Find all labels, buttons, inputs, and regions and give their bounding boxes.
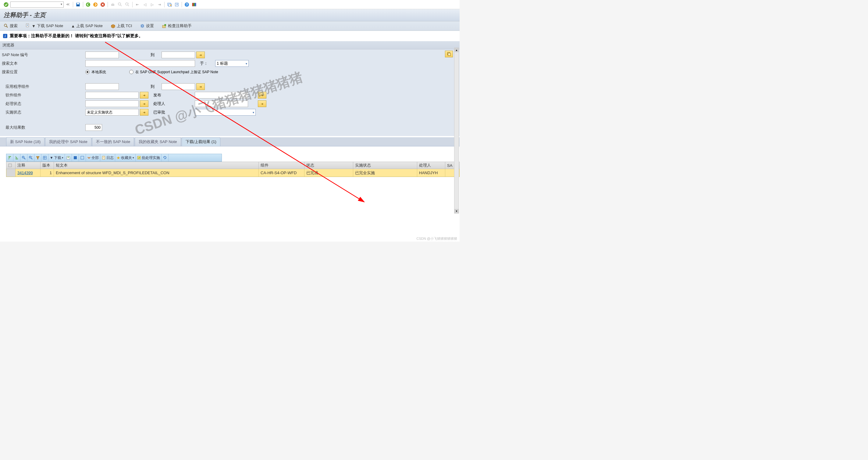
impl-status-input[interactable] bbox=[85, 109, 139, 116]
in-dropdown[interactable]: 1 标题 bbox=[215, 60, 249, 67]
scroll-down-icon[interactable]: ▼ bbox=[455, 209, 459, 213]
find-icon bbox=[117, 2, 123, 8]
svg-line-35 bbox=[31, 158, 32, 159]
search-label: 搜索 bbox=[10, 23, 18, 29]
col-component[interactable]: 组件 bbox=[259, 162, 305, 169]
row-selector[interactable] bbox=[6, 169, 16, 177]
sw-comp-multi-button[interactable] bbox=[140, 92, 148, 98]
svg-rect-23 bbox=[195, 3, 196, 6]
ok-icon[interactable] bbox=[3, 2, 9, 8]
tab-new-notes[interactable]: 新 SAP Note (18) bbox=[6, 137, 44, 146]
favorite-button[interactable]: ★收藏夹▾ bbox=[115, 154, 135, 161]
processor-input[interactable] bbox=[195, 100, 248, 107]
release-multi-button[interactable] bbox=[258, 92, 267, 98]
last-page-icon: ⇥ bbox=[156, 2, 162, 8]
find-button[interactable] bbox=[21, 154, 27, 161]
col-note[interactable]: 注释 bbox=[16, 162, 40, 169]
variant-button[interactable] bbox=[445, 51, 453, 57]
browser-panel: 浏览器 SAP Note 编号 到 搜索文本 于： 1 标题 搜索位置 本地系统 bbox=[0, 41, 460, 136]
sap-note-no-from[interactable] bbox=[85, 52, 119, 58]
app-comp-multi-button[interactable] bbox=[196, 83, 205, 90]
tabstrip: 新 SAP Note (18) 我的处理中 SAP Note 不一致的 SAP … bbox=[0, 137, 460, 146]
max-results-input[interactable] bbox=[85, 124, 102, 131]
tab-my-processing[interactable]: 我的处理中 SAP Note bbox=[45, 137, 91, 146]
sap-note-no-to[interactable] bbox=[161, 52, 195, 58]
help-icon[interactable]: ? bbox=[184, 2, 190, 8]
new-session-icon[interactable]: ★ bbox=[166, 2, 173, 8]
settings-button[interactable]: 设置 bbox=[139, 23, 155, 29]
svg-rect-8 bbox=[112, 3, 114, 4]
note-link[interactable]: 3414399 bbox=[18, 171, 33, 175]
col-sa[interactable]: SA bbox=[445, 162, 455, 169]
prev-page-icon: ◁ bbox=[142, 2, 148, 8]
grid-header: 注释 版本 短文本 组件 状态 实施状态 处理人 SA bbox=[6, 162, 460, 169]
filter-button[interactable] bbox=[34, 154, 41, 161]
approved-dropdown[interactable] bbox=[195, 109, 256, 116]
release-input[interactable] bbox=[195, 92, 248, 98]
tab-favorites[interactable]: 我的收藏夹 SAP Note bbox=[135, 137, 181, 146]
processor-multi-button[interactable] bbox=[258, 100, 267, 107]
proc-status-input[interactable] bbox=[85, 100, 139, 107]
deselect-all-button[interactable] bbox=[79, 154, 86, 161]
select-all-header[interactable] bbox=[6, 162, 16, 169]
sw-comp-input[interactable] bbox=[85, 92, 139, 98]
radio-remote[interactable]: 在 SAP ONE Support Launchpad 上验证 SAP Note bbox=[129, 69, 218, 75]
browser-header: 浏览器 bbox=[0, 41, 460, 50]
batch-impl-button[interactable]: 批处理实施 bbox=[135, 154, 161, 161]
download-note-button[interactable]: ▼ 下载 SAP Note bbox=[24, 23, 64, 29]
svg-text:?: ? bbox=[186, 3, 188, 6]
check-tool-icon bbox=[162, 24, 167, 28]
save-icon[interactable] bbox=[75, 2, 81, 8]
col-version[interactable]: 版本 bbox=[40, 162, 54, 169]
note-no-multi-button[interactable] bbox=[196, 52, 205, 58]
select-all-button[interactable] bbox=[72, 154, 79, 161]
back-icon[interactable] bbox=[85, 2, 91, 8]
col-short[interactable]: 短文本 bbox=[54, 162, 259, 169]
col-impl-status[interactable]: 实施状态 bbox=[353, 162, 417, 169]
sap-note-no-label: SAP Note 编号 bbox=[0, 52, 43, 58]
layout-button[interactable] bbox=[41, 154, 49, 161]
tab-results[interactable]: 下载/上载结果 (1) bbox=[182, 137, 220, 146]
upload-note-button[interactable]: ▲ 上载 SAP Note bbox=[70, 23, 104, 29]
info-message-bar: i 重要事项：注释助手不是最新的！ 请转到"检查注释助手"以了解更多。 bbox=[0, 31, 460, 41]
cell-impl-status: 已完全实施 bbox=[353, 169, 417, 177]
svg-point-4 bbox=[86, 2, 90, 7]
search-button[interactable]: 搜索 bbox=[2, 23, 19, 29]
shortcut-icon[interactable] bbox=[174, 2, 180, 8]
radio-icon bbox=[85, 70, 90, 74]
impl-status-multi-button[interactable] bbox=[140, 109, 148, 116]
radio-local[interactable]: 本地系统 bbox=[85, 69, 106, 75]
check-assistant-button[interactable]: 检查注释助手 bbox=[161, 23, 193, 29]
refresh-button[interactable] bbox=[161, 154, 168, 161]
table-row[interactable]: 3414399 1 Enhancement of structure WFD_M… bbox=[6, 169, 460, 177]
app-comp-to[interactable] bbox=[161, 83, 195, 90]
log-button[interactable]: 日志 bbox=[100, 154, 115, 161]
export-button[interactable] bbox=[65, 154, 72, 161]
release-label: 发布 bbox=[148, 92, 170, 98]
to-label-2: 到 bbox=[143, 84, 161, 89]
app-comp-from[interactable] bbox=[85, 83, 119, 90]
exit-icon[interactable] bbox=[92, 2, 98, 8]
system-toolbar: ≪ + ⇤ ◁ ▷ ⇥ ★ ? bbox=[0, 0, 460, 9]
page-title: 注释助手 - 主页 bbox=[0, 9, 460, 21]
next-page-icon: ▷ bbox=[149, 2, 155, 8]
search-text-input[interactable] bbox=[85, 60, 195, 67]
col-processor[interactable]: 处理人 bbox=[417, 162, 445, 169]
find-next-button[interactable]: + bbox=[27, 154, 34, 161]
svg-text:★: ★ bbox=[169, 4, 172, 7]
col-status[interactable]: 状态 bbox=[305, 162, 353, 169]
sort-asc-button[interactable] bbox=[6, 154, 13, 161]
svg-rect-37 bbox=[43, 156, 46, 159]
all-button[interactable]: 全部 bbox=[86, 154, 100, 161]
cancel-icon[interactable] bbox=[100, 2, 106, 8]
download-grid-button[interactable]: ▼下载▾ bbox=[49, 154, 65, 161]
command-field[interactable] bbox=[10, 2, 64, 8]
sort-desc-button[interactable] bbox=[13, 154, 21, 161]
tab-inconsistent[interactable]: 不一致的 SAP Note bbox=[92, 137, 134, 146]
chevron-left-icon[interactable]: ≪ bbox=[65, 2, 71, 8]
proc-status-multi-button[interactable] bbox=[140, 100, 148, 107]
layout-icon[interactable] bbox=[191, 2, 197, 8]
upload-tci-button[interactable]: 上载 TCI bbox=[110, 23, 133, 29]
scroll-up-icon[interactable]: ▲ bbox=[455, 48, 459, 52]
vertical-scrollbar[interactable]: ▲ ▼ bbox=[454, 48, 459, 213]
